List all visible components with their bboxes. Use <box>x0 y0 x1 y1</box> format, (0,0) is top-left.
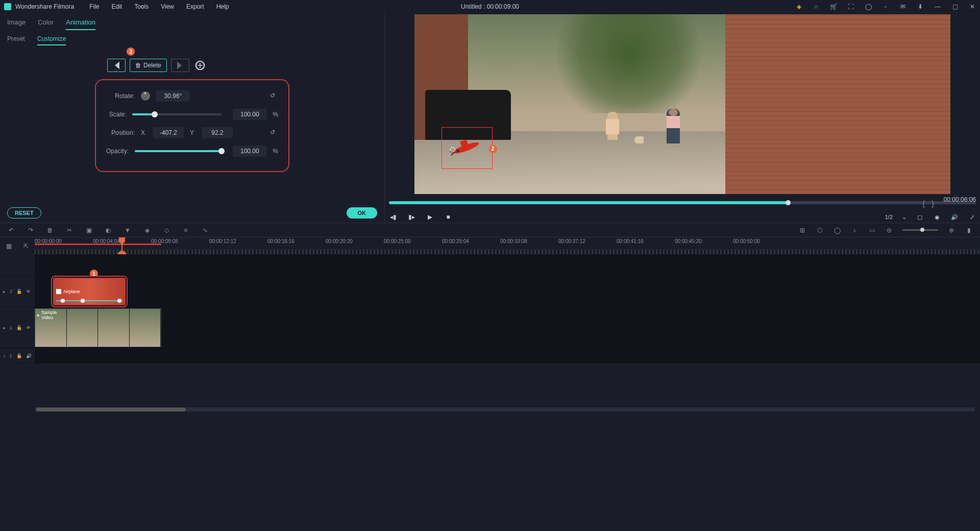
menu-edit[interactable]: Edit <box>112 3 122 10</box>
preview-scrubber[interactable]: { } <box>389 201 976 204</box>
ruler-label: 00:00:16:16 <box>267 238 295 244</box>
playhead[interactable]: ✂ <box>121 237 122 254</box>
position-x-input[interactable] <box>153 127 184 138</box>
gift-icon[interactable]: ⛶ <box>847 3 854 10</box>
timeline-scrollbar[interactable] <box>36 407 975 412</box>
redo-icon[interactable]: ↷ <box>27 226 35 234</box>
step-back-button[interactable]: ◂▮ <box>389 213 397 221</box>
selection-overlay[interactable]: 2 <box>442 127 493 169</box>
scale-label: Scale: <box>106 111 126 118</box>
keyframe-icon[interactable]: ◇ <box>162 226 170 234</box>
trash-icon: 🗑 <box>135 62 141 69</box>
audio-icon[interactable]: ∿ <box>201 226 209 234</box>
menu-file[interactable]: File <box>89 3 99 10</box>
download-icon[interactable]: ⬇ <box>917 3 924 10</box>
zoom-slider[interactable] <box>902 229 938 231</box>
timeline-ruler[interactable]: 00:00:00:0000:00:04:0400:00:08:0800:00:1… <box>35 237 980 254</box>
menu-view[interactable]: View <box>161 3 174 10</box>
track-video: ▸ 1 🔓 👁 ▸Sample Video <box>0 307 980 348</box>
support-icon[interactable]: ∩ <box>813 3 820 10</box>
track-label-2: 2 <box>10 289 12 294</box>
main-area: Image Color Animation Preset Customize 🗑… <box>0 13 980 223</box>
record-icon[interactable]: ◯ <box>833 226 841 234</box>
track-lock-icon[interactable]: 🔓 <box>16 353 22 358</box>
subtab-customize[interactable]: Customize <box>37 35 66 45</box>
ok-button[interactable]: OK <box>347 207 378 219</box>
track-mute-icon[interactable]: 🔊 <box>26 353 32 358</box>
rotate-knob[interactable] <box>141 91 150 101</box>
tab-image[interactable]: Image <box>7 18 26 30</box>
position-row: Position: X Y ↺ <box>106 125 278 140</box>
color-icon[interactable]: ▼ <box>124 226 132 234</box>
rotate-input[interactable] <box>156 90 190 102</box>
anchor-point-icon[interactable] <box>450 147 455 152</box>
ruler-label: 00:00:33:08 <box>500 238 527 244</box>
cart-icon[interactable]: 🛒 <box>830 3 837 10</box>
zoom-fit-icon[interactable]: ▮ <box>965 226 973 234</box>
clip-sample-video[interactable]: ▸Sample Video <box>35 308 161 347</box>
scale-slider[interactable] <box>132 113 222 115</box>
undo-icon[interactable]: ↶ <box>7 226 15 234</box>
music-icon[interactable]: ♪ <box>850 226 859 234</box>
scale-input[interactable] <box>233 109 266 120</box>
marker-icon[interactable]: ⬡ <box>816 226 824 234</box>
ruler-left-controls: ▦ ⇱ <box>0 237 35 254</box>
prev-keyframe-button[interactable] <box>107 59 126 72</box>
tips-icon[interactable]: ◈ <box>795 3 802 10</box>
mark-in-icon[interactable]: { <box>922 200 925 208</box>
zoom-ratio[interactable]: 1/2 <box>885 214 893 220</box>
zoom-chevron-icon[interactable]: ⌄ <box>902 214 906 221</box>
greenscreen-icon[interactable]: ◈ <box>143 226 151 234</box>
message-icon[interactable]: ✉ <box>899 3 906 10</box>
maximize-icon[interactable]: ▢ <box>951 3 959 10</box>
position-reset-icon[interactable]: ↺ <box>270 129 278 137</box>
display-icon[interactable]: ▢ <box>916 214 924 221</box>
track-expand-icon[interactable]: ⇱ <box>22 242 30 250</box>
rotate-row: Rotate: ↺ <box>106 88 278 104</box>
clip-keyframe-lane[interactable] <box>56 298 122 303</box>
track-visibility-icon[interactable]: 👁 <box>26 289 31 294</box>
save-icon[interactable]: ▫ <box>882 3 889 10</box>
play-button[interactable]: ▶ <box>426 213 434 221</box>
clip-airplane[interactable]: Airplane <box>53 278 126 305</box>
menu-export[interactable]: Export <box>186 3 204 10</box>
track-visibility-icon[interactable]: 👁 <box>26 325 31 330</box>
minimize-icon[interactable]: — <box>934 3 941 10</box>
stop-button[interactable]: ■ <box>444 213 452 221</box>
preview-viewport[interactable]: 2 <box>414 14 950 194</box>
track-audio: ♪ 1 🔓 🔊 <box>0 348 980 364</box>
mark-out-icon[interactable]: } <box>932 200 934 208</box>
track-lock-icon[interactable]: 🔓 <box>16 289 22 294</box>
tab-color[interactable]: Color <box>38 18 54 30</box>
zoom-out-icon[interactable]: ⊖ <box>885 226 893 234</box>
volume-icon[interactable]: 🔊 <box>950 214 959 221</box>
rotate-reset-icon[interactable]: ↺ <box>270 92 278 100</box>
ruler-label: 00:00:37:12 <box>558 238 585 244</box>
menu-tools[interactable]: Tools <box>134 3 149 10</box>
menu-help[interactable]: Help <box>216 3 229 10</box>
split-icon[interactable]: ✂ <box>65 226 74 234</box>
fullscreen-icon[interactable]: ⤢ <box>968 214 976 221</box>
subtab-preset[interactable]: Preset <box>7 35 25 45</box>
tab-animation[interactable]: Animation <box>66 18 95 30</box>
next-keyframe-button[interactable] <box>171 59 189 72</box>
reset-button[interactable]: RESET <box>7 207 41 219</box>
speed-icon[interactable]: ◐ <box>104 226 112 234</box>
mixer-icon[interactable]: ⊞ <box>798 226 806 234</box>
delete-icon[interactable]: 🗑 <box>46 226 54 234</box>
delete-keyframe-button[interactable]: 🗑 Delete <box>130 59 167 72</box>
zoom-in-icon[interactable]: ⊕ <box>947 226 955 234</box>
close-icon[interactable]: ✕ <box>969 3 976 10</box>
track-lock-icon[interactable]: 🔓 <box>16 325 22 330</box>
render-icon[interactable]: ▭ <box>868 226 876 234</box>
opacity-slider[interactable] <box>135 150 222 152</box>
track-menu-icon[interactable]: ▦ <box>5 242 13 250</box>
step-forward-button[interactable]: ▮▸ <box>407 213 415 221</box>
crop-icon[interactable]: ▣ <box>85 226 93 234</box>
snapshot-icon[interactable]: ◉ <box>933 214 941 221</box>
account-icon[interactable]: ◯ <box>865 3 872 10</box>
adjust-icon[interactable]: ≡ <box>182 226 190 234</box>
opacity-input[interactable] <box>233 146 266 157</box>
position-y-input[interactable] <box>202 127 233 138</box>
add-keyframe-button[interactable] <box>193 59 207 72</box>
